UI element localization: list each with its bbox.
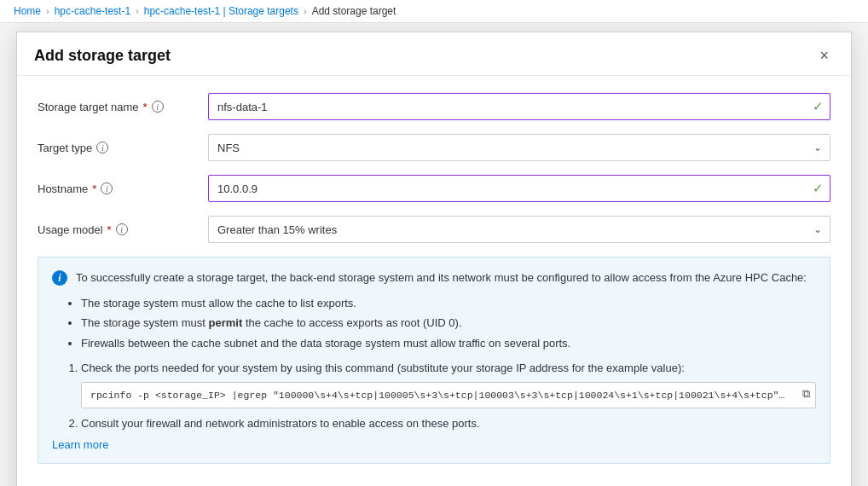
info-step-1: Check the ports needed for your system b… bbox=[81, 360, 816, 408]
close-button[interactable]: × bbox=[814, 46, 834, 65]
info-bullet-3: Firewalls between the cache subnet and t… bbox=[81, 335, 816, 352]
usage-model-row: Usage model * i Greater than 15% writes … bbox=[38, 216, 830, 243]
usage-model-info-icon[interactable]: i bbox=[116, 223, 128, 235]
target-type-select[interactable]: NFS Blob NFS ADLS NFS bbox=[208, 134, 830, 161]
info-bullet-1: The storage system must allow the cache … bbox=[81, 295, 816, 312]
usage-model-select[interactable]: Greater than 15% writes Read heavy, infr… bbox=[208, 216, 830, 243]
storage-target-name-input[interactable] bbox=[208, 93, 830, 120]
breadcrumb-storage-targets[interactable]: hpc-cache-test-1 | Storage targets bbox=[144, 5, 298, 17]
hostname-input[interactable] bbox=[208, 175, 830, 202]
hostname-control: ✓ bbox=[208, 175, 830, 202]
dialog-body: Storage target name * i ✓ Target type i … bbox=[17, 76, 851, 486]
storage-target-name-check-icon: ✓ bbox=[813, 99, 824, 114]
info-step-2-text: Consult your firewall and network admini… bbox=[81, 417, 480, 430]
dialog-header: Add storage target × bbox=[17, 32, 851, 76]
breadcrumb-cache[interactable]: hpc-cache-test-1 bbox=[55, 5, 130, 17]
hostname-check-icon: ✓ bbox=[813, 181, 824, 196]
info-step-1-code: rpcinfo -p <storage_IP> |egrep "100000\s… bbox=[81, 382, 816, 408]
add-storage-target-dialog: Add storage target × Storage target name… bbox=[16, 32, 852, 486]
storage-target-name-info-icon[interactable]: i bbox=[152, 101, 164, 113]
info-box-bullets: The storage system must allow the cache … bbox=[81, 295, 816, 352]
breadcrumb-current: Add storage target bbox=[312, 5, 396, 17]
info-box-icon: i bbox=[52, 270, 67, 286]
usage-model-label: Usage model * i bbox=[38, 223, 208, 236]
usage-model-control: Greater than 15% writes Read heavy, infr… bbox=[208, 216, 830, 243]
breadcrumb-sep-2: › bbox=[136, 6, 139, 16]
dialog-title: Add storage target bbox=[34, 47, 171, 65]
info-box-header-text: To successfully create a storage target,… bbox=[76, 269, 807, 286]
storage-target-name-label: Storage target name * i bbox=[38, 101, 208, 113]
storage-target-name-row: Storage target name * i ✓ bbox=[38, 93, 830, 120]
info-step-2: Consult your firewall and network admini… bbox=[81, 415, 816, 432]
target-type-info-icon[interactable]: i bbox=[96, 142, 108, 153]
hostname-row: Hostname * i ✓ bbox=[38, 175, 830, 202]
target-type-label: Target type i bbox=[38, 142, 208, 154]
info-box-steps: Check the ports needed for your system b… bbox=[81, 360, 816, 431]
info-box: i To successfully create a storage targe… bbox=[38, 257, 830, 464]
hostname-label: Hostname * i bbox=[38, 182, 208, 195]
storage-target-name-control: ✓ bbox=[208, 93, 830, 120]
breadcrumb: Home › hpc-cache-test-1 › hpc-cache-test… bbox=[0, 0, 868, 23]
breadcrumb-sep-3: › bbox=[304, 6, 307, 16]
info-bullet-2: The storage system must permit the cache… bbox=[81, 315, 816, 332]
target-type-row: Target type i NFS Blob NFS ADLS NFS ⌄ bbox=[38, 134, 830, 161]
info-box-header: i To successfully create a storage targe… bbox=[52, 269, 816, 286]
hostname-info-icon[interactable]: i bbox=[101, 182, 113, 194]
copy-icon[interactable]: ⧉ bbox=[802, 386, 810, 403]
info-step-1-text: Check the ports needed for your system b… bbox=[81, 362, 685, 374]
breadcrumb-sep-1: › bbox=[46, 6, 49, 16]
breadcrumb-home[interactable]: Home bbox=[14, 5, 41, 17]
target-type-control: NFS Blob NFS ADLS NFS ⌄ bbox=[208, 134, 830, 161]
learn-more-link[interactable]: Learn more bbox=[52, 438, 108, 451]
